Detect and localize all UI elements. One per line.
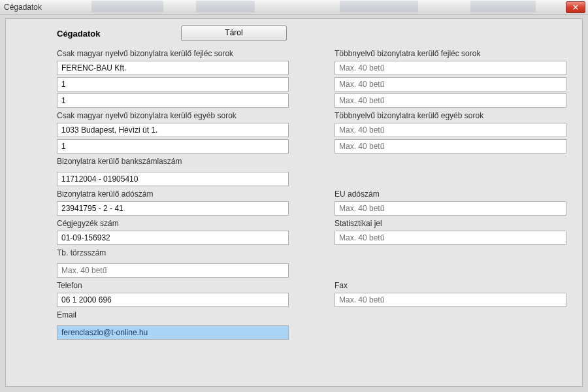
form-grid: Csak magyar nyelvű bizonylatra kerülő fe… (57, 48, 566, 340)
label-company-reg: Cégjegyzék szám (57, 218, 289, 229)
window-close-button[interactable] (566, 1, 585, 13)
label-stat-code: Statisztikai jel (335, 218, 566, 229)
panel-title: Cégadatok (57, 29, 181, 39)
hu-header-row-3-input[interactable] (57, 93, 289, 108)
bank-account-input[interactable] (57, 172, 289, 186)
ml-header-row-2-input[interactable] (335, 77, 566, 91)
hu-other-row-1-input[interactable] (57, 123, 289, 137)
label-phone: Telefon (57, 280, 289, 291)
window-title: Cégadatok (4, 3, 566, 12)
ml-header-row-1-input[interactable] (335, 61, 566, 75)
hu-header-row-1-input[interactable] (57, 61, 289, 75)
empty-cell (335, 325, 566, 340)
label-tax-number: Bizonylatra kerülő adószám (57, 188, 289, 199)
label-eu-tax-number: EU adószám (335, 188, 566, 199)
window-titlebar: Cégadatok (0, 0, 588, 15)
empty-cell (335, 172, 566, 186)
eu-tax-number-input[interactable] (335, 201, 566, 216)
tb-number-input[interactable] (57, 263, 289, 278)
label-fax: Fax (335, 280, 566, 291)
phone-input[interactable] (57, 293, 289, 307)
label-tb-number: Tb. törzsszám (57, 247, 289, 261)
company-data-panel: Cégadatok Tárol Csak magyar nyelvű bizon… (5, 18, 583, 387)
label-hu-other-rows: Csak magyar nyelvű bizonylatra kerülő eg… (57, 110, 289, 121)
empty-cell (335, 309, 566, 323)
stat-code-input[interactable] (335, 231, 566, 245)
panel-header: Cégadatok Tárol (15, 25, 573, 41)
close-icon (573, 5, 578, 10)
store-button[interactable]: Tárol (181, 25, 287, 41)
email-input[interactable] (57, 325, 289, 340)
fax-input[interactable] (335, 293, 566, 307)
hu-header-row-2-input[interactable] (57, 77, 289, 91)
label-ml-other-rows: Többnyelvű bizonylatra kerülő egyéb soro… (335, 110, 566, 121)
ml-other-row-1-input[interactable] (335, 123, 566, 137)
ml-header-row-3-input[interactable] (335, 93, 566, 108)
empty-cell (335, 247, 566, 261)
label-hu-header-rows: Csak magyar nyelvű bizonylatra kerülő fe… (57, 48, 289, 59)
empty-cell (335, 155, 566, 170)
label-email: Email (57, 309, 289, 323)
tax-number-input[interactable] (57, 201, 289, 216)
label-ml-header-rows: Többnyelvű bizonylatra kerülő fejléc sor… (335, 48, 566, 59)
hu-other-row-2-input[interactable] (57, 139, 289, 154)
label-bank-account: Bizonylatra kerülő bankszámlaszám (57, 155, 289, 170)
ml-other-row-2-input[interactable] (335, 139, 566, 154)
empty-cell (335, 263, 566, 278)
company-reg-input[interactable] (57, 231, 289, 245)
